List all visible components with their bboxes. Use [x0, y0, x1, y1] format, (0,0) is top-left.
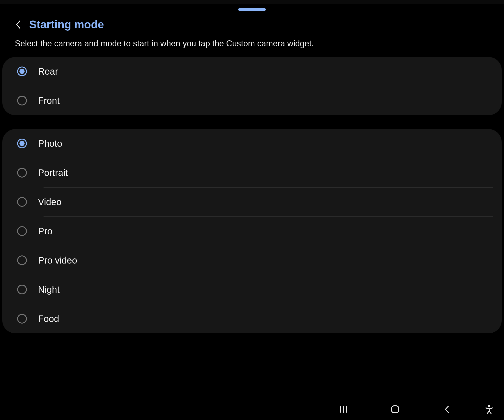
radio-button	[17, 226, 27, 236]
mode-options-card: Photo Portrait Video Pro Pro video Night	[2, 129, 502, 333]
recents-icon	[339, 405, 348, 413]
radio-label: Food	[38, 314, 59, 324]
radio-button	[17, 197, 27, 207]
radio-label: Portrait	[38, 168, 68, 178]
status-bar-spacer	[0, 0, 504, 4]
svg-rect-3	[392, 406, 399, 413]
radio-item-front[interactable]: Front	[2, 86, 502, 115]
chevron-left-icon	[444, 405, 450, 414]
radio-item-food[interactable]: Food	[2, 304, 502, 333]
radio-label: Video	[38, 197, 62, 207]
radio-button	[17, 96, 27, 105]
accessibility-icon	[485, 405, 493, 414]
radio-label: Pro video	[38, 255, 77, 266]
radio-button	[17, 256, 27, 265]
home-icon	[391, 405, 400, 414]
drag-handle[interactable]	[0, 4, 504, 12]
recents-button[interactable]	[338, 404, 349, 415]
camera-options-card: Rear Front	[2, 57, 502, 115]
svg-point-4	[488, 405, 490, 407]
radio-button	[17, 168, 27, 177]
accessibility-button[interactable]	[484, 404, 495, 415]
header: Starting mode	[0, 12, 504, 38]
back-button[interactable]	[14, 20, 22, 29]
content-area: Starting mode Select the camera and mode…	[0, 4, 504, 399]
radio-item-pro[interactable]: Pro	[2, 217, 502, 246]
radio-item-night[interactable]: Night	[2, 275, 502, 304]
radio-item-photo[interactable]: Photo	[2, 129, 502, 158]
radio-label: Rear	[38, 66, 58, 77]
home-button[interactable]	[390, 404, 401, 415]
radio-button	[17, 139, 27, 148]
chevron-left-icon	[15, 20, 21, 29]
radio-item-rear[interactable]: Rear	[2, 57, 502, 86]
radio-item-portrait[interactable]: Portrait	[2, 158, 502, 187]
radio-label: Night	[38, 284, 60, 295]
radio-label: Photo	[38, 138, 62, 149]
back-nav-button[interactable]	[441, 404, 452, 415]
page-description: Select the camera and mode to start in w…	[0, 38, 504, 57]
radio-item-video[interactable]: Video	[2, 188, 502, 217]
radio-label: Pro	[38, 226, 52, 237]
radio-button	[17, 314, 27, 323]
navigation-bar	[0, 399, 504, 420]
radio-button	[17, 285, 27, 294]
radio-item-provideo[interactable]: Pro video	[2, 246, 502, 275]
radio-button	[17, 67, 27, 76]
page-title: Starting mode	[29, 18, 104, 31]
drag-handle-bar	[238, 8, 266, 11]
radio-label: Front	[38, 96, 60, 106]
